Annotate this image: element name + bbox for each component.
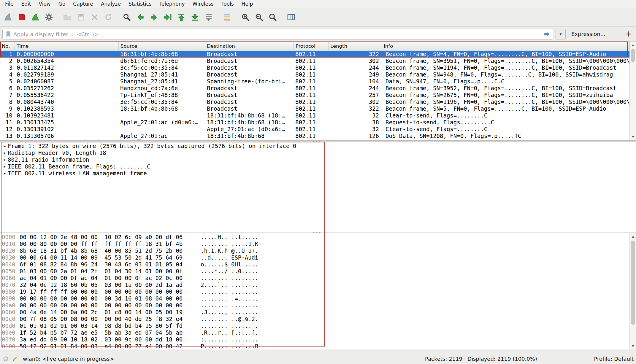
start-capture-button[interactable]: [1, 9, 15, 25]
reload-file-icon: [104, 12, 113, 22]
reload-file-button[interactable]: [101, 9, 115, 25]
hex-row[interactable]: 00406f 01 08 82 84 8b 96 24 30 48 6c 03 …: [0, 261, 629, 268]
scroll-up-button[interactable]: [630, 233, 636, 240]
menu-item-capture[interactable]: Capture: [69, 0, 97, 8]
packet-cell-destination: Broadcast: [205, 105, 294, 112]
scroll-up-button[interactable]: [630, 42, 636, 48]
hex-row[interactable]: 009000 00 00 00 00 00 00 00 00 3d 16 01 …: [0, 295, 629, 302]
expression-button[interactable]: Expression...: [571, 27, 605, 42]
profile-text[interactable]: Profile: Default: [594, 356, 634, 362]
column-header-length[interactable]: Length: [329, 42, 382, 50]
zoom-out-button[interactable]: [252, 9, 266, 25]
column-header-time[interactable]: Time: [15, 42, 119, 50]
menu-item-view[interactable]: View: [35, 0, 54, 8]
close-file-button[interactable]: [88, 9, 101, 25]
packet-row[interactable]: 10.00000000018:31:bf:4b:8b:68Broadcast80…: [0, 51, 629, 58]
packet-cell-destination: Broadcast: [205, 64, 294, 71]
detail-line[interactable]: ▸Frame 1: 322 bytes on wire (2576 bits),…: [0, 143, 636, 150]
hex-pane-scrollbar[interactable]: [629, 233, 636, 349]
packet-list-scrollbar[interactable]: [629, 42, 636, 140]
menu-item-help[interactable]: Help: [238, 0, 257, 8]
menu-item-file[interactable]: File: [1, 0, 17, 8]
hex-row[interactable]: 005001 03 00 00 2a 01 04 2f 01 04 30 14 …: [0, 268, 629, 275]
packet-row[interactable]: 100.10392348118:31:bf:4b:8b:68 (18:…802.…: [0, 112, 629, 119]
hex-row[interactable]: 010050 f2 02 01 01 84 00 03 a4 00 00 27 …: [0, 343, 629, 349]
expander-icon[interactable]: ▸: [2, 163, 7, 170]
display-filter-input[interactable]: [13, 31, 543, 37]
expander-icon[interactable]: ▸: [2, 156, 7, 163]
hex-row[interactable]: 001000 00 80 00 00 00 ff ff ff ff ff ff …: [0, 241, 629, 247]
menu-item-statistics[interactable]: Statistics: [125, 0, 156, 8]
go-back-button[interactable]: [134, 9, 147, 25]
packet-cell-length: 249: [329, 71, 382, 78]
packet-row[interactable]: 20.002654354d6:61:fe:cd:7a:6eBroadcast80…: [0, 58, 629, 64]
menu-item-analyze[interactable]: Analyze: [97, 0, 125, 8]
packet-row[interactable]: 80.0804437403e:f5:cc:0e:35:84Broadcast80…: [0, 98, 629, 105]
column-header-source[interactable]: Source: [119, 42, 205, 50]
detail-line[interactable]: ▸Radiotap Header v0, Length 18: [0, 150, 636, 156]
column-header-destination[interactable]: Destination: [205, 42, 294, 50]
find-packet-button[interactable]: [120, 9, 134, 25]
stop-capture-button[interactable]: [15, 9, 28, 25]
scroll-down-button[interactable]: [630, 133, 636, 140]
expander-icon[interactable]: ▸: [2, 150, 7, 156]
packet-row[interactable]: 120.130139102Apple_27:01:ac (d0:a6:…802.…: [0, 126, 629, 133]
restart-capture-button[interactable]: [28, 9, 42, 25]
scroll-down-button[interactable]: [630, 343, 636, 349]
filter-dropdown-button[interactable]: ▾: [556, 29, 566, 39]
packet-row[interactable]: 30.0118271423c:f5:cc:0e:35:84Broadcast80…: [0, 64, 629, 71]
detail-line[interactable]: ▸802.11 radio information: [0, 156, 636, 163]
hex-row[interactable]: 00f03a ed dd 09 00 10 18 02 03 00 9c 00 …: [0, 336, 629, 343]
column-header-protocol[interactable]: Protocol: [294, 42, 329, 50]
zoom-in-button[interactable]: [239, 9, 252, 25]
expander-icon[interactable]: ▸: [2, 143, 7, 150]
capture-options-button[interactable]: [42, 9, 56, 25]
go-to-bottom-button[interactable]: [188, 9, 202, 25]
go-to-packet-button[interactable]: [161, 9, 175, 25]
scrollbar-thumb[interactable]: [631, 241, 635, 325]
packet-row[interactable]: 60.035271262Hangzhou_cd:7a:6eBroadcast80…: [0, 85, 629, 92]
go-forward-button[interactable]: [147, 9, 161, 25]
auto-scroll-button[interactable]: [202, 9, 215, 25]
add-filter-button[interactable]: +: [625, 27, 632, 42]
open-file-button[interactable]: [61, 9, 74, 25]
go-to-top-button[interactable]: [175, 9, 188, 25]
menu-item-go[interactable]: Go: [55, 0, 69, 8]
filter-bookmark-icon[interactable]: [5, 31, 12, 38]
hex-row[interactable]: 0060ac 04 01 00 00 0f ac 04 01 00 00 0f …: [0, 275, 629, 282]
packet-row[interactable]: 40.022799189Shanghai_27:85:41Broadcast80…: [0, 71, 629, 78]
packet-row[interactable]: 110.130133475Apple_27:01:ac (d0:a6:…18:3…: [0, 119, 629, 126]
packet-row[interactable]: 70.055536422Tp-LinkT_ef:48:88Broadcast80…: [0, 92, 629, 98]
capture-comment-icon[interactable]: [12, 356, 18, 362]
hex-row[interactable]: 00208b 68 18 31 bf 4b 8b 68 40 00 85 51 …: [0, 247, 629, 254]
resize-columns-button[interactable]: [284, 9, 298, 25]
hex-row[interactable]: 00d001 01 01 02 01 00 03 14 98 d8 bd b4 …: [0, 322, 629, 329]
packet-row[interactable]: 50.024060087Shanghai_27:85:41Spanning-tr…: [0, 78, 629, 85]
colorize-button[interactable]: [220, 9, 234, 25]
detail-line[interactable]: ▸IEEE 802.11 wireless LAN management fra…: [0, 170, 636, 177]
detail-line[interactable]: ▸IEEE 802.11 Beacon frame, Flags: ......…: [0, 163, 636, 170]
column-header-info[interactable]: Info: [382, 42, 629, 50]
column-header-no[interactable]: No.: [0, 42, 15, 50]
packet-row[interactable]: 130.131305706Apple_27:01:ac18:31:bf:4b:8…: [0, 133, 629, 139]
scrollbar-thumb[interactable]: [631, 49, 635, 62]
display-filter-field[interactable]: [2, 29, 553, 39]
menu-item-telephony[interactable]: Telephony: [156, 0, 189, 8]
hex-row[interactable]: 008019 17 ff ff ff 00 00 00 00 00 00 00 …: [0, 288, 629, 295]
hex-row[interactable]: 00a000 00 00 00 00 00 00 00 00 00 00 00 …: [0, 302, 629, 309]
packet-row[interactable]: 90.10238859318:31:bf:4b:8b:68Broadcast80…: [0, 105, 629, 112]
hex-row[interactable]: 00e01f 52 b4 b5 b7 72 ae e5 5b ab 3a ed …: [0, 329, 629, 336]
expander-icon[interactable]: ▸: [2, 170, 7, 177]
hex-row[interactable]: 00b000 4a 0e 14 00 0a 00 2c 01 c8 00 14 …: [0, 309, 629, 316]
hex-row[interactable]: 000000 00 12 00 2e 48 00 00 10 02 6c 09 …: [0, 234, 629, 241]
apply-filter-icon[interactable]: [543, 31, 551, 37]
menu-item-edit[interactable]: Edit: [17, 0, 35, 8]
hex-row[interactable]: 003000 00 64 00 11 14 00 09 45 53 50 2d …: [0, 254, 629, 261]
zoom-reset-button[interactable]: 1:1: [266, 9, 280, 25]
menu-item-wireless[interactable]: Wireless: [189, 0, 218, 8]
hex-row[interactable]: 00c000 7f 08 05 00 08 00 00 00 00 40 dd …: [0, 316, 629, 322]
save-file-button[interactable]: [74, 9, 88, 25]
menu-item-tools[interactable]: Tools: [218, 0, 238, 8]
expert-info-icon[interactable]: [3, 356, 9, 362]
hex-row[interactable]: 007032 04 0c 12 18 60 0b 05 03 00 1a 00 …: [0, 282, 629, 288]
